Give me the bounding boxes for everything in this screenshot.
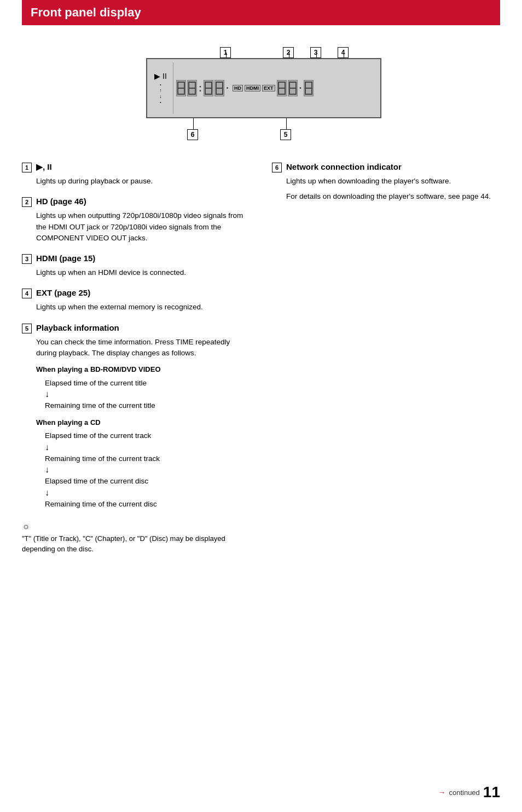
section-3-header: 3 HDMI (page 15) bbox=[22, 254, 250, 264]
digit-7 bbox=[304, 80, 314, 96]
section-4-header: 4 EXT (page 25) bbox=[22, 288, 250, 298]
badge-1: 1 bbox=[22, 163, 32, 172]
digit-group-1 bbox=[176, 80, 197, 96]
hdmi-indicator: HDMI bbox=[245, 85, 260, 91]
section-1-header: 1 ▶, II bbox=[22, 162, 250, 172]
section-6-body: Lights up when downloading the player's … bbox=[286, 176, 500, 203]
sub-title-bddvd: When playing a BD-ROM/DVD VIDEO bbox=[36, 364, 250, 375]
colon-3: · bbox=[299, 83, 302, 94]
footer-page-number: 11 bbox=[483, 784, 500, 801]
arrow-down-ctrl: ↓ bbox=[159, 94, 162, 99]
badge-4: 4 bbox=[22, 289, 32, 298]
arrow-up: ↑ bbox=[159, 88, 162, 93]
section-1: 1 ▶, II Lights up during playback or pau… bbox=[22, 162, 250, 187]
line-6 bbox=[193, 118, 194, 129]
section-3: 3 HDMI (page 15) Lights up when an HDMI … bbox=[22, 254, 250, 278]
content-columns: 1 ▶, II Lights up during playback or pau… bbox=[22, 162, 500, 555]
page-title: Front panel display bbox=[31, 5, 491, 20]
section-2: 2 HD (page 46) Lights up when outputting… bbox=[22, 197, 250, 244]
bddvd-steps: Elapsed time of the current title ↓ Rema… bbox=[45, 377, 250, 412]
section-2-header: 2 HD (page 46) bbox=[22, 197, 250, 207]
digit-3 bbox=[204, 80, 213, 96]
callout-6: 6 bbox=[187, 129, 198, 140]
section-5: 5 Playback information You can check the… bbox=[22, 323, 250, 510]
section-5-title: Playback information bbox=[36, 323, 119, 332]
ext-indicator: EXT bbox=[262, 85, 275, 91]
hd-indicator: HD bbox=[233, 85, 243, 91]
section-6-line-2: For details on downloading the player's … bbox=[286, 191, 500, 202]
left-column: 1 ▶, II Lights up during playback or pau… bbox=[22, 162, 250, 555]
bullet-bottom: • bbox=[160, 100, 161, 105]
play-pause-icons: ▶ II bbox=[154, 72, 167, 80]
section-3-title: HDMI (page 15) bbox=[36, 254, 95, 263]
digit-2 bbox=[187, 80, 197, 96]
section-4-body: Lights up when the external memory is re… bbox=[36, 302, 250, 313]
line-5 bbox=[286, 118, 287, 129]
callout-3: 3 bbox=[310, 47, 321, 58]
section-5-body: You can check the time information. Pres… bbox=[36, 337, 250, 510]
section-3-body: Lights up when an HDMI device is connect… bbox=[36, 267, 250, 278]
colon-2: · bbox=[226, 83, 229, 94]
section-4-title: EXT (page 25) bbox=[36, 288, 90, 297]
footer-continued-label: continued bbox=[449, 788, 479, 797]
cd-arrow-1: ↓ bbox=[45, 443, 250, 452]
callout-2: 2 bbox=[283, 47, 294, 58]
indicator-row-1: HD HDMI EXT bbox=[233, 85, 275, 91]
sub-title-cd: When playing a CD bbox=[36, 417, 250, 428]
callout-4: 4 bbox=[338, 47, 349, 58]
cd-arrow-3: ↓ bbox=[45, 488, 250, 497]
section-6-header: 6 Network connection indicator bbox=[272, 162, 500, 172]
footer: → continued 11 bbox=[438, 784, 500, 801]
section-5-header: 5 Playback information bbox=[22, 323, 250, 333]
digit-4 bbox=[214, 80, 224, 96]
badge-6: 6 bbox=[272, 163, 282, 172]
section-5-intro: You can check the time information. Pres… bbox=[36, 337, 250, 359]
panel-diagram: 1 2 3 4 ▶ II • ↑ ↓ • bbox=[119, 42, 403, 146]
section-4: 4 EXT (page 25) Lights up when the exter… bbox=[22, 288, 250, 313]
left-controls: ▶ II • ↑ ↓ • bbox=[152, 62, 173, 114]
badge-2: 2 bbox=[22, 197, 32, 207]
tip-section: ☼ "T" (Title or Track), "C" (Chapter), o… bbox=[22, 521, 250, 555]
arrow-1: ↓ bbox=[45, 390, 250, 399]
footer-arrow-icon: → bbox=[438, 788, 445, 797]
line-3 bbox=[316, 53, 317, 58]
cd-arrow-2: ↓ bbox=[45, 465, 250, 474]
digit-group-4 bbox=[304, 80, 314, 96]
cd-step-3: Elapsed time of the current disc bbox=[45, 475, 250, 487]
cd-steps: Elapsed time of the current track ↓ Rema… bbox=[45, 430, 250, 510]
badge-3: 3 bbox=[22, 254, 32, 264]
pause-icon: II bbox=[163, 72, 167, 80]
section-2-body: Lights up when outputting 720p/1080i/108… bbox=[36, 210, 250, 244]
digit-6 bbox=[288, 80, 298, 96]
segment-display: : bbox=[176, 62, 376, 114]
cd-step-1: Elapsed time of the current track bbox=[45, 430, 250, 442]
section-2-title: HD (page 46) bbox=[36, 197, 86, 206]
page-container: Front panel display 1 2 3 4 ▶ II • ↑ bbox=[0, 0, 522, 812]
digit-5 bbox=[277, 80, 287, 96]
play-icon: ▶ bbox=[154, 72, 160, 80]
diagram-section: 1 2 3 4 ▶ II • ↑ ↓ • bbox=[22, 42, 500, 146]
cd-step-4: Remaining time of the current disc bbox=[45, 498, 250, 510]
badge-5: 5 bbox=[22, 324, 32, 333]
section-1-body: Lights up during playback or pause. bbox=[36, 176, 250, 187]
section-6: 6 Network connection indicator Lights up… bbox=[272, 162, 500, 203]
disc-controls: • ↑ ↓ • bbox=[159, 82, 162, 105]
colon-1: : bbox=[199, 83, 202, 94]
digit-1 bbox=[176, 80, 186, 96]
tip-body: "T" (Title or Track), "C" (Chapter), or … bbox=[22, 533, 250, 555]
step-2: Remaining time of the current title bbox=[45, 400, 250, 412]
bullet-top: • bbox=[160, 82, 161, 87]
line-2 bbox=[289, 53, 289, 58]
section-6-line-1: Lights up when downloading the player's … bbox=[286, 176, 500, 187]
section-1-title: ▶, II bbox=[36, 162, 52, 172]
step-1: Elapsed time of the current title bbox=[45, 377, 250, 389]
panel-graphic: ▶ II • ↑ ↓ • bbox=[146, 58, 381, 118]
cd-step-2: Remaining time of the current track bbox=[45, 453, 250, 465]
digit-group-2 bbox=[204, 80, 224, 96]
line-1 bbox=[226, 53, 227, 58]
section-6-title: Network connection indicator bbox=[286, 162, 402, 171]
right-column: 6 Network connection indicator Lights up… bbox=[272, 162, 500, 555]
callout-1: 1 bbox=[220, 47, 231, 58]
tip-icon: ☼ bbox=[22, 521, 250, 531]
indicator-labels: HD HDMI EXT bbox=[233, 85, 275, 91]
